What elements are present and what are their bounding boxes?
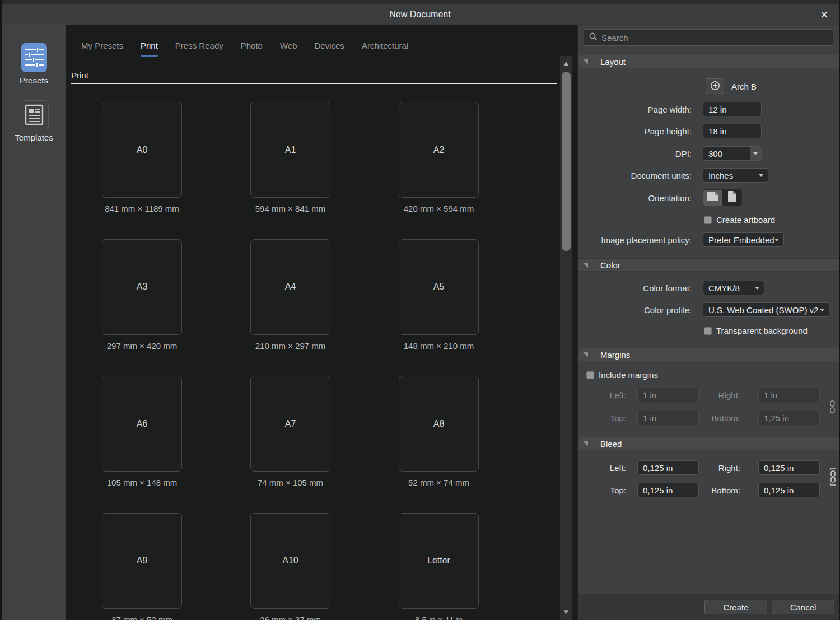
chevron-down-icon [755,287,759,290]
preset-dims: 420 mm × 594 mm [365,204,513,213]
preset-card-letter[interactable]: Letter [399,513,479,609]
preset-name: A10 [282,556,298,566]
preset-card-a8[interactable]: A8 [399,376,479,472]
preset-card-a4[interactable]: A4 [250,239,330,335]
preset-card-a10[interactable]: A10 [250,513,330,609]
color-format-dropdown[interactable]: CMYK/8 [703,281,764,295]
preset-cell: A9 37 mm × 52 mm [68,513,216,620]
cancel-button[interactable]: Cancel [772,600,834,614]
preset-dims: 841 mm × 1189 mm [68,204,216,213]
search-box[interactable] [584,29,833,46]
margin-top-label: Top: [578,413,626,423]
bleed-right-input[interactable] [758,460,820,475]
preset-dims: 105 mm × 148 mm [68,478,216,487]
margins-unlink-chain-icon[interactable] [828,400,837,416]
preset-cell: A1 594 mm × 841 mm [216,102,365,239]
scrollbar-thumb[interactable] [562,72,571,251]
bleed-right-label: Right: [699,463,740,473]
preset-grid: A0 841 mm × 1189 mm A1 594 mm × 841 mm A… [68,102,513,620]
preset-name: Letter [427,556,450,566]
preset-name: A9 [137,556,148,566]
tab-web[interactable]: Web [280,40,297,52]
portrait-orientation-button[interactable] [722,190,741,206]
bleed-bottom-input[interactable] [758,483,820,497]
landscape-orientation-button[interactable] [703,190,722,206]
transparent-background-label: Transparent background [716,326,808,335]
sidebar-item-label: Templates [15,133,53,142]
preset-name: A6 [137,419,148,429]
color-profile-dropdown[interactable]: U.S. Web Coated (SWOP) v2 [703,302,829,317]
page-width-input[interactable] [703,102,762,116]
create-artboard-checkbox[interactable] [704,216,712,224]
scroll-down-icon[interactable] [563,610,569,614]
sidebar-item-presets[interactable]: Presets [2,43,66,85]
orientation-toggle [703,189,742,206]
preset-card-a3[interactable]: A3 [102,239,182,335]
tab-devices[interactable]: Devices [315,40,344,52]
sidebar-item-templates[interactable]: Templates [2,100,66,142]
orientation-label: Orientation: [578,193,692,203]
close-icon[interactable]: ✕ [815,6,833,24]
margin-top-input [637,411,699,425]
vertical-scrollbar[interactable] [560,56,572,620]
document-units-dropdown[interactable]: Inches [703,168,768,183]
scroll-up-icon[interactable] [563,62,569,66]
dpi-label: DPI: [578,149,692,159]
preset-name: A0 [137,145,148,155]
image-placement-dropdown[interactable]: Prefer Embedded [703,232,784,247]
preset-dims: 37 mm × 52 mm [68,615,216,620]
bleed-bottom-label: Bottom: [699,486,740,495]
current-preset-name: Arch B [731,82,757,91]
add-preset-button[interactable] [706,78,724,94]
search-input[interactable] [601,33,828,43]
section-header-color[interactable]: Color [578,258,840,272]
bleed-top-input[interactable] [637,483,699,497]
page-height-input[interactable] [703,124,762,138]
tab-print[interactable]: Print [141,40,158,52]
preset-card-a5[interactable]: A5 [399,239,479,335]
tab-press-ready[interactable]: Press Ready [175,40,223,52]
tab-my-presets[interactable]: My Presets [81,40,123,52]
preset-name: A3 [137,282,148,292]
margin-left-input [637,388,699,402]
section-header-margins[interactable]: Margins [578,348,840,361]
include-margins-checkbox[interactable] [586,371,594,379]
dpi-combobox[interactable]: 300 [703,146,762,161]
chevron-down-icon[interactable] [749,147,761,160]
transparent-background-checkbox[interactable] [704,327,712,335]
section-header-layout[interactable]: Layout [578,55,840,68]
collapse-triangle-icon [583,441,588,446]
section-header-bleed[interactable]: Bleed [578,437,840,450]
sidebar-item-label: Presets [20,76,48,85]
settings-panel: Layout Arch B Page width: Page height: [577,25,840,620]
preset-name: A1 [285,145,296,155]
preset-card-a2[interactable]: A2 [399,102,479,198]
bleed-left-input[interactable] [637,460,699,475]
page-height-label: Page height: [578,127,692,136]
templates-document-icon [20,100,49,129]
bleed-link-chain-icon[interactable] [828,466,837,490]
new-document-dialog: New Document ✕ Presets [0,0,840,620]
margin-bottom-input [758,411,820,425]
preset-card-a9[interactable]: A9 [102,513,182,609]
preset-name: A7 [285,419,296,429]
preset-card-a0[interactable]: A0 [102,102,182,198]
tab-architectural[interactable]: Architectural [362,40,408,52]
margin-left-label: Left: [578,390,626,400]
document-units-label: Document units: [578,171,692,180]
collapse-triangle-icon [583,263,588,268]
preset-cell: A8 52 mm × 74 mm [365,376,513,513]
preset-dims: 8,5 in × 11 in [365,615,513,620]
include-margins-label: Include margins [599,370,658,380]
image-placement-label: Image placement policy: [578,235,692,245]
preset-browser: My Presets Print Press Ready Photo Web D… [66,25,577,620]
chevron-down-icon [759,174,763,177]
tab-photo[interactable]: Photo [241,40,263,52]
section-rule [71,83,557,84]
preset-name: A4 [285,282,296,292]
preset-card-a7[interactable]: A7 [250,376,330,472]
preset-card-a1[interactable]: A1 [250,102,330,198]
preset-card-a6[interactable]: A6 [102,376,182,472]
preset-name: A2 [433,145,445,155]
create-button[interactable]: Create [704,600,767,614]
